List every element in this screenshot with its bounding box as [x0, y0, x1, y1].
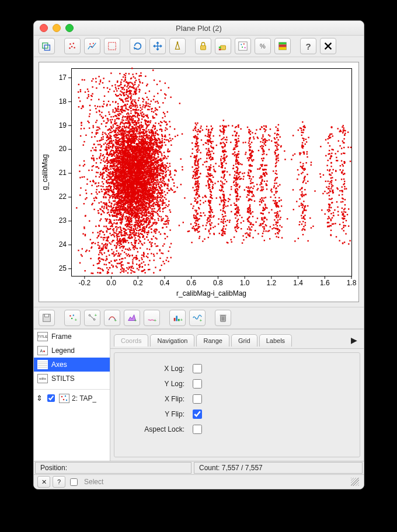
tab-navigation[interactable]: Navigation: [150, 334, 194, 346]
svg-point-3: [73, 43, 75, 44]
svg-point-19: [242, 47, 243, 48]
plane-plot-window: Plane Plot (2) % ? + + + + + +: [33, 20, 364, 489]
add-area-layer-button[interactable]: +: [124, 310, 140, 326]
lock-aux-button[interactable]: [215, 38, 231, 54]
rescale-button[interactable]: [84, 38, 100, 54]
sidebar-item-axes[interactable]: Axes: [34, 358, 110, 372]
yflip-checkbox[interactable]: [193, 410, 202, 419]
redraw-button[interactable]: [130, 38, 146, 54]
reorder-handle-icon[interactable]: ⇕: [36, 394, 43, 402]
svg-point-7: [89, 43, 90, 44]
sidebar-item-frame[interactable]: TITLE Frame: [34, 330, 110, 344]
axes-config-panel: Coords Navigation Range Grid Labels ▶ X …: [110, 330, 364, 461]
add-spectro-layer-button[interactable]: +: [144, 310, 160, 326]
svg-point-27: [69, 315, 71, 316]
zoom-window-button[interactable]: [65, 24, 74, 32]
coords-form: X Log: Y Log: X Flip: Y Flip: Aspect Loc…: [114, 352, 360, 457]
svg-rect-1: [44, 45, 50, 50]
pan-button[interactable]: [149, 38, 166, 54]
svg-rect-16: [239, 42, 247, 50]
svg-rect-22: [279, 43, 287, 45]
cancel-select-button[interactable]: ✕: [37, 476, 50, 488]
sidebar-layer-row[interactable]: ⇕ 2: TAP_: [34, 389, 110, 407]
svg-rect-10: [109, 43, 116, 50]
count-label: Count:: [199, 464, 220, 472]
legend-icon: A●: [37, 346, 48, 355]
axes-icon: [37, 360, 48, 369]
add-mark-layer-button[interactable]: +: [64, 310, 81, 326]
titlebar: Plane Plot (2): [34, 21, 364, 36]
tab-range[interactable]: Range: [196, 334, 229, 346]
minimize-window-button[interactable]: [53, 24, 61, 32]
select-mode-checkbox[interactable]: [70, 478, 78, 486]
tab-coords[interactable]: Coords: [114, 334, 148, 346]
tab-grid[interactable]: Grid: [231, 334, 257, 346]
help-select-button[interactable]: ?: [53, 476, 65, 488]
xflip-label: X Flip:: [120, 395, 190, 403]
layer-visible-checkbox[interactable]: [47, 394, 55, 402]
svg-rect-13: [221, 46, 226, 50]
scatter-plot[interactable]: [39, 62, 358, 300]
svg-rect-38: [176, 316, 177, 321]
add-vector-layer-button[interactable]: +: [104, 310, 120, 326]
svg-rect-12: [201, 46, 206, 50]
export-plot-button[interactable]: [39, 38, 55, 54]
percent-button[interactable]: %: [255, 38, 271, 54]
plot-area: [34, 57, 364, 307]
svg-rect-23: [279, 44, 287, 47]
add-function-layer-button[interactable]: +: [189, 310, 206, 326]
sidebar-item-stilts[interactable]: stilts STILTS: [34, 372, 110, 386]
svg-rect-26: [44, 314, 48, 317]
measure-button[interactable]: [169, 38, 186, 54]
svg-point-2: [69, 43, 71, 45]
ylog-checkbox[interactable]: [193, 379, 202, 388]
replot-button[interactable]: [64, 38, 81, 54]
yflip-label: Y Flip:: [120, 410, 190, 418]
window-controls: [40, 24, 74, 32]
svg-point-18: [243, 43, 245, 44]
control-tree: TITLE Frame A● Legend Axes stilts STILTS…: [34, 330, 110, 461]
tabs-overflow-button[interactable]: ▶: [348, 335, 360, 345]
svg-text:+: +: [154, 318, 157, 323]
status-bar: Position: Count: 7,557 / 7,557: [34, 461, 364, 474]
sketch-button[interactable]: [235, 38, 251, 54]
svg-text:+: +: [200, 318, 203, 323]
layer-toolbar: + + + + + + +: [34, 307, 364, 329]
svg-point-6: [69, 47, 71, 49]
close-button[interactable]: [320, 38, 336, 54]
svg-point-17: [241, 44, 242, 45]
add-pair-layer-button[interactable]: +: [84, 310, 100, 326]
aspect-lock-checkbox[interactable]: [193, 425, 202, 434]
svg-point-45: [65, 395, 66, 396]
svg-point-5: [74, 47, 75, 48]
sidebar-item-label: Legend: [51, 346, 75, 355]
aspect-label: Aspect Lock:: [120, 425, 190, 433]
svg-point-47: [66, 399, 67, 400]
svg-rect-39: [178, 319, 180, 321]
svg-rect-0: [43, 43, 48, 48]
svg-rect-15: [219, 47, 221, 48]
footer-bar: ✕ ? Select: [34, 474, 364, 489]
xflip-checkbox[interactable]: [193, 394, 202, 404]
resize-button[interactable]: [104, 38, 120, 54]
sidebar-item-legend[interactable]: A● Legend: [34, 344, 110, 358]
add-histogram-layer-button[interactable]: +: [169, 310, 186, 326]
svg-rect-43: [220, 315, 227, 316]
resize-grip-icon[interactable]: [351, 478, 359, 486]
svg-text:+: +: [75, 317, 78, 323]
select-label: Select: [84, 478, 103, 486]
xlog-checkbox[interactable]: [193, 364, 202, 373]
window-title: Plane Plot (2): [34, 24, 364, 33]
layer-mark-icon: [59, 394, 69, 403]
axes-tabs: Coords Navigation Range Grid Labels ▶: [110, 330, 364, 349]
legend-button[interactable]: [274, 38, 291, 54]
tab-labels[interactable]: Labels: [259, 334, 292, 346]
delete-layer-button[interactable]: [215, 310, 231, 326]
control-panel: TITLE Frame A● Legend Axes stilts STILTS…: [34, 329, 364, 461]
plot-canvas-frame[interactable]: [39, 62, 359, 302]
save-layer-button[interactable]: [39, 310, 55, 326]
help-button[interactable]: ?: [300, 38, 316, 54]
lock-axes-button[interactable]: [195, 38, 211, 54]
close-window-button[interactable]: [40, 24, 48, 32]
svg-point-44: [61, 396, 62, 397]
